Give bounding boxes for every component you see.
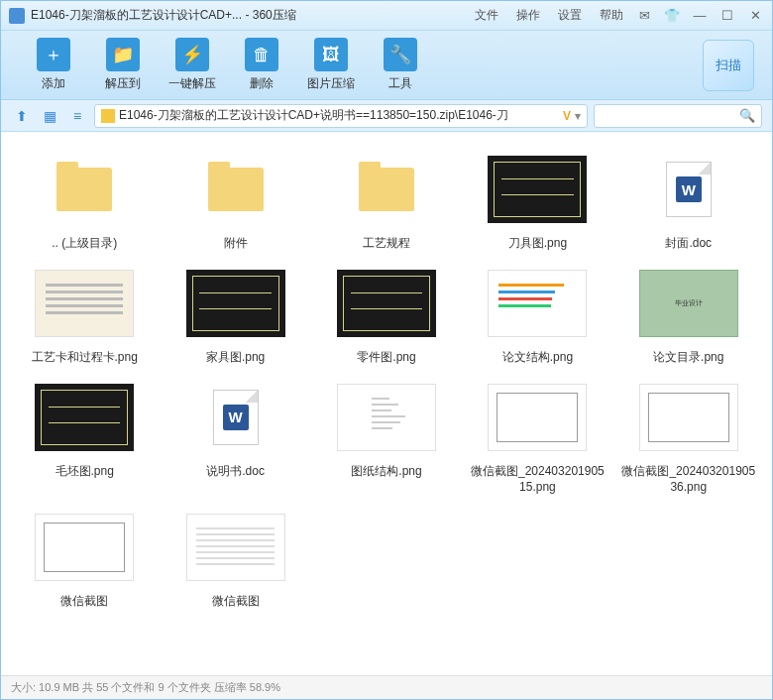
file-thumbnail (337, 154, 436, 225)
file-thumbnail (337, 382, 436, 453)
file-name: 微信截图 (212, 593, 260, 610)
menu-bar: 文件 操作 设置 帮助 (475, 7, 623, 24)
file-item[interactable]: 毛坯图.png (11, 378, 158, 501)
file-name: 论文结构.png (502, 349, 573, 366)
file-thumbnail (35, 382, 134, 453)
file-name: 说明书.doc (206, 463, 265, 480)
navbar: ⬆ ▦ ≡ E1046-刀架溜板的工艺设计设计CAD+说明书==113850=1… (1, 100, 772, 132)
file-item[interactable]: 图纸结构.png (313, 378, 460, 501)
minimize-button[interactable]: — (691, 7, 709, 25)
toolbar-label: 解压到 (105, 75, 141, 92)
file-item[interactable]: 工艺卡和过程卡.png (11, 264, 158, 370)
toolbar-button-3[interactable]: 🗑删除 (227, 38, 296, 92)
file-thumbnail (488, 154, 587, 225)
toolbar-label: 工具 (388, 75, 412, 92)
toolbar-icon: 🖼 (314, 38, 348, 71)
file-thumbnail: W (186, 382, 285, 453)
search-input[interactable]: 🔍 (594, 104, 762, 128)
toolbar-label: 添加 (42, 75, 65, 92)
file-grid: .. (上级目录)附件工艺规程刀具图.pngW封面.doc工艺卡和过程卡.png… (11, 150, 762, 614)
statusbar: 大小: 10.9 MB 共 55 个文件和 9 个文件夹 压缩率 58.9% (1, 675, 772, 699)
file-thumbnail (35, 154, 134, 225)
file-name: 封面.doc (665, 235, 712, 252)
file-item[interactable]: 论文结构.png (464, 264, 610, 370)
close-button[interactable]: ✕ (746, 7, 764, 25)
file-item[interactable]: 刀具图.png (464, 150, 610, 256)
toolbar-button-1[interactable]: 📁解压到 (88, 38, 158, 92)
file-thumbnail (488, 382, 587, 453)
toolbar-button-0[interactable]: ＋添加 (19, 38, 88, 92)
file-name: 微信截图_20240320190536.png (619, 463, 758, 497)
window-title: E1046-刀架溜板的工艺设计设计CAD+... - 360压缩 (31, 7, 475, 24)
toolbar: ＋添加📁解压到⚡一键解压🗑删除🖼图片压缩🔧工具 扫描 (1, 31, 772, 100)
file-item[interactable]: 微信截图 (162, 508, 308, 614)
path-badge: V (563, 109, 571, 123)
toolbar-label: 删除 (250, 75, 274, 92)
file-item[interactable]: 家具图.png (162, 264, 308, 370)
file-item[interactable]: .. (上级目录) (11, 150, 158, 256)
file-thumbnail: W (639, 154, 738, 225)
search-icon[interactable]: 🔍 (739, 108, 755, 123)
view-list-icon[interactable]: ≡ (66, 105, 88, 127)
file-item[interactable]: 微信截图_20240320190515.png (464, 378, 610, 501)
file-name: 家具图.png (206, 349, 265, 366)
file-item[interactable]: 微信截图_20240320190536.png (615, 378, 762, 501)
file-name: 论文目录.png (653, 349, 723, 366)
app-icon (9, 8, 25, 24)
file-thumbnail (186, 268, 285, 339)
file-thumbnail (186, 512, 285, 583)
file-name: 刀具图.png (508, 235, 567, 252)
view-grid-icon[interactable]: ▦ (39, 105, 60, 127)
toolbar-button-4[interactable]: 🖼图片压缩 (296, 38, 366, 92)
toolbar-icon: ＋ (37, 38, 70, 71)
file-item[interactable]: W说明书.doc (162, 378, 308, 501)
file-name: 工艺规程 (363, 235, 410, 252)
skin-icon[interactable]: 👕 (663, 7, 681, 25)
toolbar-button-5[interactable]: 🔧工具 (366, 38, 435, 92)
titlebar: E1046-刀架溜板的工艺设计设计CAD+... - 360压缩 文件 操作 设… (1, 1, 772, 31)
file-name: 微信截图 (60, 593, 108, 610)
file-thumbnail (639, 382, 738, 453)
scan-button[interactable]: 扫描 (703, 40, 754, 91)
menu-file[interactable]: 文件 (475, 7, 498, 24)
menu-help[interactable]: 帮助 (600, 7, 623, 24)
file-item[interactable]: W封面.doc (615, 150, 762, 256)
toolbar-icon: ⚡ (175, 38, 209, 71)
file-name: 零件图.png (357, 349, 415, 366)
scan-label: 扫描 (716, 57, 741, 74)
file-name: 附件 (224, 235, 248, 252)
file-name: 工艺卡和过程卡.png (32, 349, 138, 366)
file-name: 图纸结构.png (351, 463, 421, 480)
path-bar[interactable]: E1046-刀架溜板的工艺设计设计CAD+说明书==113850=150.zip… (94, 104, 588, 128)
file-item[interactable]: 微信截图 (11, 508, 158, 614)
toolbar-button-2[interactable]: ⚡一键解压 (158, 38, 227, 92)
file-thumbnail: 毕业设计 (639, 268, 738, 339)
file-name: 微信截图_20240320190515.png (468, 463, 607, 497)
file-item[interactable]: 毕业设计论文目录.png (615, 264, 762, 370)
file-item[interactable]: 零件图.png (313, 264, 460, 370)
toolbar-label: 图片压缩 (307, 75, 355, 92)
menu-settings[interactable]: 设置 (558, 7, 582, 24)
toolbar-icon: 🔧 (384, 38, 417, 71)
toolbar-label: 一键解压 (168, 75, 216, 92)
path-text: E1046-刀架溜板的工艺设计设计CAD+说明书==113850=150.zip… (119, 107, 559, 124)
file-thumbnail (186, 154, 285, 225)
file-thumbnail (35, 512, 134, 583)
toolbar-icon: 🗑 (245, 38, 278, 71)
feedback-icon[interactable]: ✉ (635, 7, 653, 25)
window-controls: ✉ 👕 — ☐ ✕ (635, 7, 764, 25)
path-folder-icon (101, 109, 115, 123)
status-text: 大小: 10.9 MB 共 55 个文件和 9 个文件夹 压缩率 58.9% (11, 680, 280, 695)
file-name: .. (上级目录) (52, 235, 117, 252)
file-name: 毛坯图.png (55, 463, 114, 480)
file-thumbnail (35, 268, 134, 339)
file-item[interactable]: 附件 (162, 150, 308, 256)
toolbar-icon: 📁 (106, 38, 140, 71)
menu-operate[interactable]: 操作 (516, 7, 540, 24)
file-thumbnail (337, 268, 436, 339)
up-icon[interactable]: ⬆ (11, 105, 33, 127)
file-item[interactable]: 工艺规程 (313, 150, 460, 256)
path-dropdown-icon[interactable]: ▾ (575, 109, 581, 123)
maximize-button[interactable]: ☐ (718, 7, 736, 25)
file-thumbnail (488, 268, 587, 339)
